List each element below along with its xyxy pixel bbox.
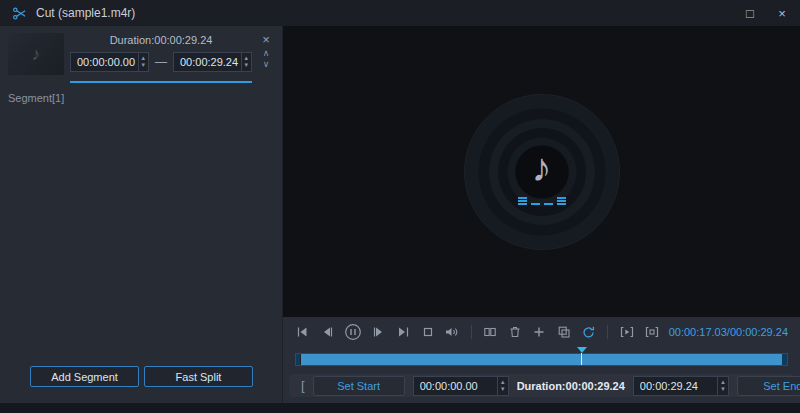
segment-end-input[interactable]: ▲ ▼ xyxy=(173,52,252,72)
segment-list-empty-area xyxy=(0,113,282,366)
playhead-line xyxy=(581,353,582,365)
spinner-down-icon[interactable]: ▼ xyxy=(498,386,508,393)
titlebar: Cut (sample1.m4r) □ × xyxy=(0,0,800,26)
range-dash: — xyxy=(155,55,167,69)
trim-start-spinner[interactable]: ▲ ▼ xyxy=(497,377,508,395)
segment-start-field[interactable] xyxy=(71,56,138,68)
equalizer-icon xyxy=(518,193,566,205)
window-title: Cut (sample1.m4r) xyxy=(36,6,135,20)
playhead-marker-icon xyxy=(577,347,587,353)
stop-segment-icon[interactable] xyxy=(644,323,660,341)
main-area: ♪ Duration:00:00:29.24 ▲ ▼ — xyxy=(0,26,800,403)
trim-bar: [ Set Start ▲ ▼ Duration:00:00:29.24 ▲ xyxy=(283,371,800,403)
add-segment-button[interactable]: Add Segment xyxy=(30,366,139,387)
play-segment-icon[interactable] xyxy=(619,323,635,341)
control-bar: 00:00:17.03/00:00:29.24 xyxy=(283,317,800,347)
move-down-icon[interactable]: ∨ xyxy=(263,60,270,68)
fast-split-button[interactable]: Fast Split xyxy=(144,366,253,387)
frame-forward-icon[interactable] xyxy=(371,323,386,341)
volume-icon[interactable] xyxy=(444,323,459,341)
trim-duration-label: Duration:00:00:29.24 xyxy=(517,380,625,392)
current-time: 00:00:17.03 xyxy=(669,326,727,338)
segment-duration-label: Duration:00:00:29.24 xyxy=(70,34,252,46)
add-icon[interactable] xyxy=(531,323,546,341)
skip-start-icon[interactable] xyxy=(295,323,310,341)
seek-bar[interactable] xyxy=(295,353,788,366)
player-panel: ♪ xyxy=(283,26,800,403)
close-button[interactable]: × xyxy=(774,6,790,21)
segment-end-field[interactable] xyxy=(174,56,241,68)
segment-time-row: ▲ ▼ — ▲ ▼ xyxy=(70,52,252,72)
move-up-icon[interactable]: ∧ xyxy=(263,49,270,57)
scissors-icon xyxy=(10,4,28,22)
reset-icon[interactable] xyxy=(580,323,595,341)
trim-end-input[interactable]: ▲ ▼ xyxy=(633,376,729,396)
maximize-button[interactable]: □ xyxy=(742,6,758,21)
trim-start-field[interactable] xyxy=(414,380,497,392)
video-preview: ♪ xyxy=(283,26,800,317)
separator xyxy=(607,325,608,339)
segment-buttons: Add Segment Fast Split xyxy=(0,366,282,403)
music-note-icon: ♪ xyxy=(32,44,41,65)
spinner-down-icon[interactable]: ▼ xyxy=(718,386,728,393)
trim-end-field[interactable] xyxy=(634,380,717,392)
timeline-row xyxy=(283,347,800,371)
cut-window: Cut (sample1.m4r) □ × ♪ Duration:00:00:2… xyxy=(0,0,800,413)
segment-actions: × ∧ ∨ xyxy=(258,33,274,83)
skip-end-icon[interactable] xyxy=(395,323,410,341)
segment-end-spinner[interactable]: ▲ ▼ xyxy=(241,53,251,71)
stop-icon[interactable] xyxy=(420,323,435,341)
split-icon[interactable] xyxy=(483,323,498,341)
trim-start-handle[interactable] xyxy=(296,354,301,365)
total-time: 00:00:29.24 xyxy=(730,326,788,338)
set-start-button[interactable]: Set Start xyxy=(313,376,405,396)
trim-end-handle[interactable] xyxy=(782,354,787,365)
window-controls: □ × xyxy=(742,6,790,21)
segment-times: Duration:00:00:29.24 ▲ ▼ — xyxy=(64,33,258,83)
spinner-up-icon[interactable]: ▲ xyxy=(718,379,728,386)
segment-label: Segment[1] xyxy=(0,83,282,113)
spinner-down-icon[interactable]: ▼ xyxy=(139,62,148,69)
audio-disc-graphic: ♪ xyxy=(464,94,620,250)
spinner-down-icon[interactable]: ▼ xyxy=(242,62,251,69)
segment-card: ♪ Duration:00:00:29.24 ▲ ▼ — xyxy=(0,26,282,83)
segment-panel: ♪ Duration:00:00:29.24 ▲ ▼ — xyxy=(0,26,283,403)
time-display: 00:00:17.03/00:00:29.24 xyxy=(669,326,788,338)
spinner-up-icon[interactable]: ▲ xyxy=(139,55,148,62)
copy-icon[interactable] xyxy=(556,323,571,341)
trim-panel: [ Set Start ▲ ▼ Duration:00:00:29.24 ▲ xyxy=(289,374,794,397)
left-bracket: [ xyxy=(301,378,305,393)
remove-segment-icon[interactable]: × xyxy=(262,34,270,46)
separator xyxy=(471,325,472,339)
segment-start-spinner[interactable]: ▲ ▼ xyxy=(138,53,148,71)
trim-end-spinner[interactable]: ▲ ▼ xyxy=(717,377,728,395)
delete-icon[interactable] xyxy=(507,323,522,341)
trim-start-input[interactable]: ▲ ▼ xyxy=(413,376,509,396)
music-note-icon: ♪ xyxy=(532,147,552,187)
frame-back-icon[interactable] xyxy=(319,323,334,341)
bottom-strip xyxy=(0,403,800,413)
spinner-up-icon[interactable]: ▲ xyxy=(498,379,508,386)
pause-icon[interactable] xyxy=(344,323,362,341)
spinner-up-icon[interactable]: ▲ xyxy=(242,55,251,62)
set-end-button[interactable]: Set End xyxy=(737,376,800,396)
segment-thumbnail[interactable]: ♪ xyxy=(8,33,64,75)
segment-start-input[interactable]: ▲ ▼ xyxy=(70,52,149,72)
